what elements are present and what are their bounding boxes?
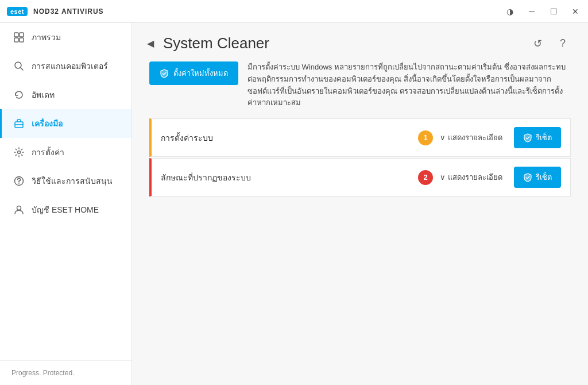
content-header-left: ◀ System Cleaner [144,34,269,52]
reset-all-label: ตั้งค่าใหม่ทั้งหมด [173,67,228,79]
page-title: System Cleaner [163,34,269,52]
eset-logo: eset [7,7,28,16]
item-label-system-behavior: ลักษณะที่ปรากฏของระบบ [161,171,411,184]
svg-point-11 [17,206,21,210]
reset-label-2: รีเซ็ต [536,171,552,183]
titlebar: eset NOD32 ANTIVIRUS ◑ ─ ☐ ✕ [0,0,588,23]
sidebar-label-settings: การตั้งค่า [32,146,64,159]
show-details-label-2: แสดงรายละเอียด [448,171,502,183]
footer-text: Progress. Protected. [11,369,74,377]
question-icon [13,175,25,187]
badge-count-system-settings: 1 [418,130,433,145]
contrast-button[interactable]: ◑ [504,6,516,17]
sidebar-footer: Progress. Protected. [0,360,131,385]
svg-rect-3 [20,38,24,42]
info-section: ตั้งค่าใหม่ทั้งหมด มีการตั้งค่าระบบ Wind… [132,61,588,118]
reset-label-1: รีเซ็ต [536,132,552,144]
reset-button-system-settings[interactable]: รีเซ็ต [514,127,561,148]
sidebar-label-account: บัญชี ESET HOME [32,203,99,216]
items-section: การตั้งค่าระบบ 1 ∨ แสดงรายละเอียด รีเซ็ต… [132,118,588,197]
sidebar-label-help: วิธีใช้และการสนับสนุน [32,175,113,187]
svg-rect-2 [14,38,18,42]
svg-line-5 [21,68,24,71]
refresh-icon [13,89,25,101]
badge-count-system-behavior: 2 [418,170,433,185]
main-layout: ภาพรวม การสแกนคอมพิวเตอร์ อัพเดท [0,23,588,385]
info-text: มีการตั้งค่าระบบ Windows หลายรายการที่ถู… [247,61,571,109]
sidebar-item-tools[interactable]: เครื่องมือ [0,109,131,138]
help-button[interactable]: ? [555,36,571,52]
titlebar-left: eset NOD32 ANTIVIRUS [7,7,104,16]
close-button[interactable]: ✕ [570,6,581,17]
briefcase-icon [13,118,25,129]
sidebar-item-scan[interactable]: การสแกนคอมพิวเตอร์ [0,52,131,80]
show-details-system-behavior[interactable]: ∨ แสดงรายละเอียด [440,171,502,183]
sidebar: ภาพรวม การสแกนคอมพิวเตอร์ อัพเดท [0,23,132,385]
svg-rect-1 [20,33,24,37]
sidebar-label-tools: เครื่องมือ [32,117,63,130]
sidebar-label-scan: การสแกนคอมพิวเตอร์ [32,60,108,72]
app-name: NOD32 ANTIVIRUS [33,7,104,16]
show-details-system-settings[interactable]: ∨ แสดงรายละเอียด [440,132,502,144]
sidebar-item-update[interactable]: อัพเดท [0,80,131,109]
back-button[interactable]: ◀ [144,37,157,50]
sidebar-item-account[interactable]: บัญชี ESET HOME [0,195,131,224]
table-row: ลักษณะที่ปรากฏของระบบ 2 ∨ แสดงรายละเอียด… [149,158,571,197]
reset-button-system-behavior[interactable]: รีเซ็ต [514,167,561,188]
titlebar-controls: ◑ ─ ☐ ✕ [504,6,581,17]
sidebar-item-settings[interactable]: การตั้งค่า [0,138,131,167]
reset-all-button[interactable]: ตั้งค่าใหม่ทั้งหมด [149,61,238,85]
maximize-button[interactable]: ☐ [548,6,559,17]
svg-rect-0 [14,33,18,37]
grid-icon [13,32,25,43]
sidebar-label-update: อัพเดท [32,88,55,101]
content-area: ◀ System Cleaner ↺ ? ตั้งค่าใหม่ทั้งหมด … [132,23,588,385]
person-icon [13,204,25,215]
table-row: การตั้งค่าระบบ 1 ∨ แสดงรายละเอียด รีเซ็ต [149,118,571,157]
svg-point-8 [18,151,21,154]
content-header: ◀ System Cleaner ↺ ? [132,23,588,61]
search-icon [13,60,25,72]
sidebar-label-overview: ภาพรวม [32,31,61,44]
show-details-label-1: แสดงรายละเอียด [448,132,502,144]
item-label-system-settings: การตั้งค่าระบบ [161,132,411,144]
svg-point-10 [18,183,20,184]
content-header-right: ↺ ? [529,36,571,52]
sidebar-item-overview[interactable]: ภาพรวม [0,23,131,52]
refresh-button[interactable]: ↺ [529,36,546,52]
minimize-button[interactable]: ─ [526,6,537,17]
sidebar-item-help[interactable]: วิธีใช้และการสนับสนุน [0,167,131,195]
gear-icon [13,147,25,158]
